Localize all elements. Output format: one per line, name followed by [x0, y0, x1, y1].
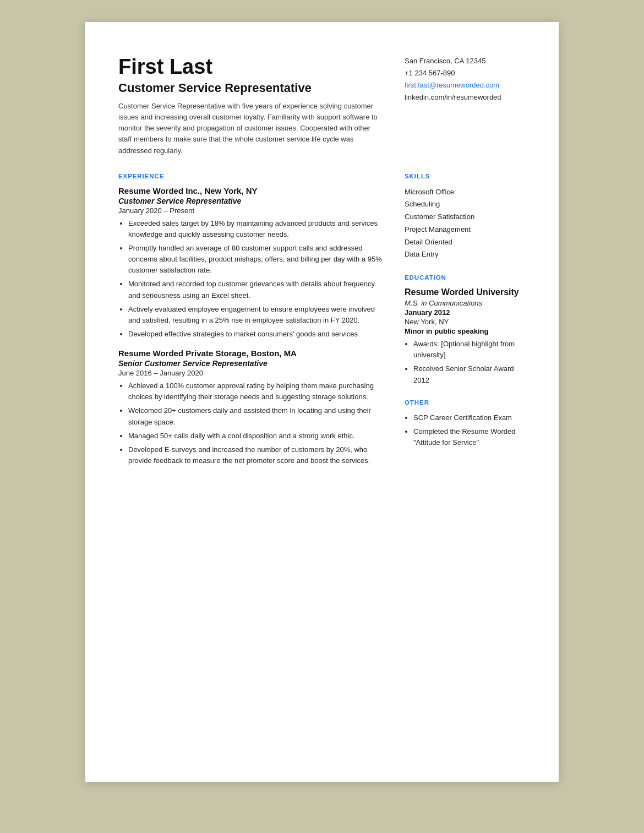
- contact-email[interactable]: first.last@resumeworded.com: [405, 79, 526, 91]
- candidate-name: First Last: [118, 55, 383, 79]
- resume-header: First Last Customer Service Representati…: [118, 55, 526, 156]
- edu-date: January 2012: [405, 308, 526, 317]
- skill-4: Project Management: [405, 224, 526, 236]
- skill-1: Microsoft Office: [405, 186, 526, 199]
- job-1-title: Customer Service Representative: [118, 197, 383, 205]
- list-item: Received Senior Scholar Award 2012: [413, 363, 526, 385]
- list-item: Promptly handled an average of 80 custom…: [128, 243, 383, 276]
- education-block: Resume Worded University M.S. in Communi…: [405, 287, 526, 386]
- contact-address: San Francisco, CA 12345: [405, 55, 526, 67]
- list-item: Managed 50+ calls daily with a cool disp…: [128, 431, 383, 442]
- job-2-title: Senior Customer Service Representative: [118, 359, 383, 368]
- education-section-label: EDUCATION: [405, 274, 526, 281]
- contact-block: San Francisco, CA 12345 +1 234 567-890 f…: [405, 55, 526, 104]
- list-item: Developed E-surveys and increased the nu…: [128, 444, 383, 466]
- edu-location: New York, NY: [405, 318, 526, 326]
- main-column: EXPERIENCE Resume Worded Inc., New York,…: [118, 173, 383, 475]
- job-2-dates: June 2016 – January 2020: [118, 369, 383, 377]
- side-column: SKILLS Microsoft Office Scheduling Custo…: [405, 173, 526, 475]
- list-item: Achieved a 100% customer approval rating…: [128, 380, 383, 402]
- edu-bullets: Awards: [Optional highlight from univers…: [405, 339, 526, 386]
- job-1-bullets: Exceeded sales target by 18% by maintain…: [118, 218, 383, 340]
- candidate-title: Customer Service Representative: [118, 81, 383, 95]
- job-1-company: Resume Worded Inc., New York, NY: [118, 186, 383, 195]
- job-2-bullets: Achieved a 100% customer approval rating…: [118, 380, 383, 466]
- candidate-summary: Customer Service Representative with fiv…: [118, 101, 383, 156]
- list-item: SCP Career Certification Exam: [413, 412, 526, 423]
- other-block: SCP Career Certification Exam Completed …: [405, 412, 526, 448]
- list-item: Monitored and recorded top customer grie…: [128, 279, 383, 301]
- job-1-dates: January 2020 – Present: [118, 206, 383, 215]
- list-item: Completed the Resume Worded "Attitude fo…: [413, 426, 526, 448]
- job-2: Resume Worded Private Storage, Boston, M…: [118, 349, 383, 466]
- skill-5: Detail Oriented: [405, 236, 526, 249]
- contact-linkedin: linkedin.com/in/resumeworded: [405, 91, 526, 104]
- job-2-company: Resume Worded Private Storage, Boston, M…: [118, 349, 383, 358]
- other-section-label: OTHER: [405, 399, 526, 406]
- contact-phone: +1 234 567-890: [405, 67, 526, 79]
- skill-3: Customer Satisfaction: [405, 211, 526, 224]
- skill-2: Scheduling: [405, 198, 526, 211]
- job-1: Resume Worded Inc., New York, NY Custome…: [118, 186, 383, 340]
- edu-degree: M.S. in Communications: [405, 299, 526, 307]
- edu-school: Resume Worded University: [405, 287, 526, 297]
- edu-minor: Minor in public speaking: [405, 327, 526, 335]
- list-item: Welcomed 20+ customers daily and assiste…: [128, 405, 383, 427]
- experience-section-label: EXPERIENCE: [118, 173, 383, 179]
- resume-body: EXPERIENCE Resume Worded Inc., New York,…: [118, 173, 526, 475]
- other-bullets: SCP Career Certification Exam Completed …: [405, 412, 526, 448]
- list-item: Developed effective strategies to market…: [128, 329, 383, 340]
- list-item: Awards: [Optional highlight from univers…: [413, 339, 526, 361]
- resume-document: First Last Customer Service Representati…: [85, 22, 559, 782]
- name-block: First Last Customer Service Representati…: [118, 55, 405, 156]
- list-item: Exceeded sales target by 18% by maintain…: [128, 218, 383, 240]
- skill-6: Data Entry: [405, 248, 526, 261]
- skills-section-label: SKILLS: [405, 173, 526, 179]
- skills-list: Microsoft Office Scheduling Customer Sat…: [405, 186, 526, 262]
- list-item: Actively evaluated employee engagement t…: [128, 304, 383, 326]
